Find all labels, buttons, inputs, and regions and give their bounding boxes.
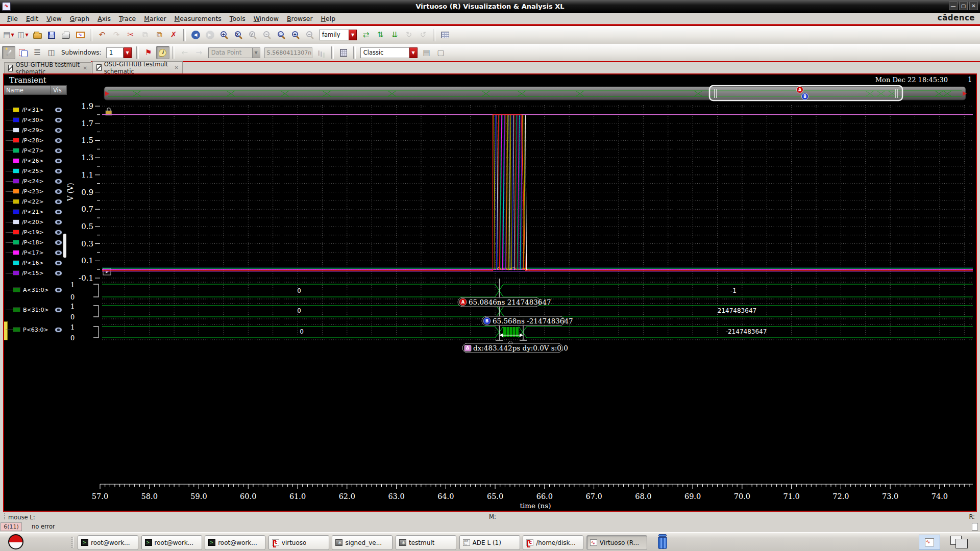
column-header-name[interactable]: Name [4,85,51,95]
append-graph-icon[interactable]: ↻ [402,29,415,42]
menu-axis[interactable]: Axis [93,14,115,23]
next-point-icon[interactable]: → [192,46,206,59]
virtuoso-tray-button[interactable] [919,535,940,550]
redo-icon[interactable]: ↷ [110,29,123,42]
marker-a-readout[interactable]: A65.0846ns 2147483647 [458,297,551,307]
strip-chart-icon[interactable]: ⇅ [374,29,387,42]
histogram-icon[interactable] [315,46,328,59]
close-button[interactable]: ✕ [969,2,978,10]
open-file-icon[interactable] [31,29,44,42]
signal-row[interactable]: /P<26> [4,156,67,165]
zoom-out-icon[interactable]: − [303,29,316,42]
menu-tools[interactable]: Tools [226,14,250,23]
taskbar-button-testmult[interactable]: testmult [396,535,456,550]
chevron-down-icon[interactable]: ▼ [409,47,418,58]
redhat-menu-icon[interactable] [8,534,23,549]
signal-row[interactable]: /P<19> [4,228,67,237]
dock-pane-icon[interactable]: ▢ [434,46,448,59]
minimize-button[interactable]: — [949,2,958,10]
next-view-icon[interactable]: ▶ [203,29,216,42]
menu-help[interactable]: Help [317,14,340,23]
chevron-down-icon[interactable]: ▼ [124,47,132,58]
visibility-eye-icon[interactable] [55,240,62,245]
signal-row[interactable]: /P<15> [4,268,67,278]
visibility-eye-icon[interactable] [55,108,62,112]
tab-close-icon[interactable]: ✕ [175,65,179,70]
visibility-eye-icon[interactable] [55,288,62,292]
signal-row[interactable]: /P<23> [4,187,67,196]
coordinate-field[interactable]: 5.5680411307n [264,47,312,58]
zoom-in-x-icon[interactable]: x [232,29,245,42]
info-balloon-icon[interactable]: i [156,46,169,59]
visibility-eye-icon[interactable] [55,128,62,133]
signal-row[interactable]: /P<27> [4,146,67,155]
taskbar-button-root-work-[interactable]: root@work... [141,535,202,550]
family-combo[interactable]: family▼ [319,30,357,40]
error-count-badge[interactable]: 6(11) [1,522,22,531]
visibility-eye-icon[interactable] [55,328,62,332]
signal-row[interactable]: /P<22> [4,197,67,206]
visibility-eye-icon[interactable] [55,199,62,204]
visibility-eye-icon[interactable] [55,261,62,265]
cut-icon[interactable]: ✂ [124,29,137,42]
visibility-eye-icon[interactable] [55,189,62,194]
signal-row[interactable]: /P<25> [4,166,67,176]
taskbar-grip[interactable] [71,537,74,548]
snapshot-icon[interactable]: ∿ [74,29,87,42]
label-cards-icon[interactable] [16,46,30,59]
visibility-eye-icon[interactable] [55,179,62,184]
delta-marker-readout[interactable]: Δdx:483.442ps dy:0.0V s:0.0 [462,341,568,353]
chevron-down-icon[interactable]: ▼ [349,30,357,40]
trash-icon[interactable] [656,534,669,550]
show-table-icon[interactable] [438,29,452,42]
column-header-vis[interactable]: Vis [51,85,67,95]
signal-row[interactable]: /P<21> [4,207,67,216]
menu-measurements[interactable]: Measurements [170,14,226,23]
menu-browser[interactable]: Browser [283,14,317,23]
dock-table-icon[interactable]: ▤ [420,46,433,59]
zoom-to-selection-icon[interactable]: + [289,29,302,42]
menu-marker[interactable]: Marker [140,14,170,23]
zoom-waveform-icon[interactable]: ~ [260,29,274,42]
visibility-eye-icon[interactable] [55,169,62,173]
signal-row[interactable]: /P<30> [4,115,67,124]
tab-1[interactable]: OSU-GITHUB testmult schematic✕ [4,62,91,73]
replace-graph-icon[interactable]: ↺ [416,29,430,42]
overview-view-slider[interactable]: AB [709,86,902,101]
signal-row[interactable]: /P<17> [4,248,67,257]
taskbar-button-virtuoso-r-[interactable]: Virtuoso (R... [586,535,647,550]
calculator-icon[interactable] [337,46,350,59]
menu-edit[interactable]: Edit [22,14,42,23]
marker-flag-icon[interactable]: ⚑ [142,46,155,59]
menu-graph[interactable]: Graph [66,14,93,23]
visibility-eye-icon[interactable] [55,220,62,224]
lock-icon[interactable] [106,108,112,116]
signal-row[interactable]: /P<29> [4,126,67,135]
bus-row[interactable]: P<63:0> [4,325,67,334]
datapoint-combo[interactable]: Data Point▼ [208,47,260,58]
save-icon[interactable] [45,29,58,42]
print-icon[interactable] [59,29,72,42]
tab-close-icon[interactable]: ✕ [83,65,87,71]
message-scrollbar[interactable] [972,523,978,531]
style-combo[interactable]: Classic▼ [360,47,418,58]
zoom-in-y-icon[interactable]: y [246,29,259,42]
taskbar-button-root-work-[interactable]: root@work... [78,535,138,550]
bus-row[interactable]: B<31:0> [4,305,67,314]
menu-trace[interactable]: Trace [115,14,140,23]
taskbar-button--home-disk-[interactable]: /home/disk... [523,535,583,550]
chevron-down-icon[interactable]: ▼ [252,47,260,58]
menu-window[interactable]: Window [250,14,283,23]
zoom-in-icon[interactable]: + [217,29,231,42]
signal-row[interactable]: /P<24> [4,177,67,186]
visibility-eye-icon[interactable] [55,159,62,163]
delete-icon[interactable]: ✗ [167,29,180,42]
visibility-eye-icon[interactable] [55,118,62,122]
previous-point-icon[interactable]: ← [178,46,191,59]
swap-axes-icon[interactable]: ⇄ [359,29,373,42]
new-subwindow-icon[interactable]: ◫▼ [16,29,30,42]
menu-view[interactable]: View [42,14,66,23]
visibility-eye-icon[interactable] [55,210,62,214]
previous-view-icon[interactable]: ◀ [189,29,202,42]
wizard-icon[interactable] [2,46,15,59]
